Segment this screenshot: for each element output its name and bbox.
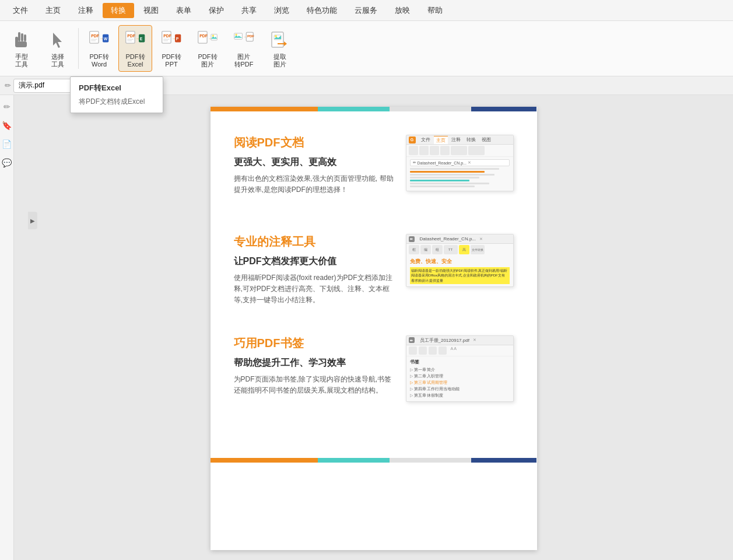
bk-text-1: 第一章 简介 [414,367,436,373]
preview-reader-1-content: ✏ Datasheet_Reader_CN.p... ✕ [406,157,513,191]
pdf-ppt-icon: PDF → P [161,29,182,52]
preview-reader-2: ✏ Datasheet_Reader_CN.p... ✕ 框 编 组 TT 高 … [406,234,514,287]
foxit-logo: G [409,136,416,144]
hand-tool-button[interactable]: 手型工具 [5,25,38,72]
svg-rect-33 [234,33,243,39]
preview-3-toolbar: A A [406,345,513,356]
menu-convert[interactable]: 转换 [103,3,134,18]
preview-reader-1-toolbar [406,145,513,157]
mini-line-2 [410,171,485,173]
mini-bk-tool-1 [409,346,417,355]
bk-text-2: 第二章 入职管理 [414,373,444,379]
bk-text-5: 第五章 休假制度 [414,393,444,398]
menu-features[interactable]: 特色功能 [299,3,345,18]
preview-reader-1-bar: G 文件 主页 注释 转换 视图 [406,135,513,145]
sidebar-edit-icon[interactable]: ✏ [1,100,13,114]
svg-text:W: W [104,37,108,41]
sep1 [78,28,79,69]
pdf-convert-image-button[interactable]: PDF → PDF转图片 [191,25,225,72]
pdf-to-ppt-button[interactable]: PDF → P PDF转PPT [155,25,188,72]
pdf-excel-icon: PDF → E [125,29,146,52]
section-annotate-title: 专业的注释工具 [234,234,397,250]
section-annotate-subtitle: 让PDF文档发挥更大价值 [234,256,397,268]
svg-text:PDF: PDF [247,34,254,38]
menu-view[interactable]: 视图 [135,3,167,18]
bookmark-content: 书签 ▷ 第一章 简介 ▷ 第二章 入职管理 ▷ 第三章 [406,356,513,401]
select-tool-label: 选择工具 [51,53,64,68]
menu-annotate[interactable]: 注释 [70,3,101,18]
pdf-to-excel-button[interactable]: PDF → E PDF转Excel [118,25,152,72]
svg-rect-1 [21,33,23,41]
ann-btn-combine: 组 [432,245,443,254]
ann-btn-select: 框 [409,245,419,254]
section-bookmark-subtitle: 帮助您提升工作、学习效率 [234,357,397,369]
svg-text:PDF: PDF [127,34,135,38]
sidebar-bookmark-icon[interactable]: 🔖 [0,118,14,132]
image-pdf-icon: → PDF [233,29,254,52]
preview-2-close: ✕ [479,237,483,242]
color-seg-orange [211,107,318,111]
main-layout: ✏ 🔖 📄 💬 ▶ 阅读PDF文档 更强大、更实用、更高效 [0,95,733,560]
pdf-to-word-button[interactable]: PDF → W PDF转Word [82,25,116,72]
section-read-subtitle: 更强大、更实用、更高效 [234,156,397,169]
page-color-bar [211,107,537,111]
preview-tab-view: 视图 [479,136,493,144]
menu-present[interactable]: 放映 [387,3,418,18]
bk-arrow-1: ▷ [410,368,413,372]
dropdown-desc: 将PDF文档转成Excel [71,96,163,109]
menu-home[interactable]: 主页 [37,3,69,18]
image-to-pdf-label: 图片转PDF [234,53,254,68]
mini-link-tool [468,146,485,155]
pdf-word-icon: PDF → W [89,29,110,52]
preview-reader-2-bar: ✏ Datasheet_Reader_CN.p... ✕ [406,235,513,244]
bookmark-item-3: ▷ 第三章 试用期管理 [410,380,510,386]
menu-protect[interactable]: 保护 [201,3,232,18]
preview-tab-file: 文件 [419,136,433,144]
sidebar-pages-icon[interactable]: 📄 [0,137,14,151]
menu-form[interactable]: 表单 [168,3,199,18]
select-tool-button[interactable]: 选择工具 [41,25,75,72]
menu-browse[interactable]: 浏览 [266,3,297,18]
mini-line-3 [410,174,494,176]
svg-rect-2 [24,34,26,41]
color-seg-gray [390,107,471,111]
menu-share[interactable]: 共享 [233,3,265,18]
pdf-to-excel-dropdown: PDF转Excel 将PDF文档转成Excel [70,76,163,113]
section-bookmark: 巧用PDF书签 帮助您提升工作、学习效率 为PDF页面添加书签,除了实现内容的快… [234,335,514,405]
preview-tab-convert: 转换 [464,136,478,144]
sidebar-comment-icon[interactable]: 💬 [0,156,14,170]
menu-cloud[interactable]: 云服务 [346,3,385,18]
section-bookmark-desc: 为PDF页面添加书签,除了实现内容的快速导航,书签还能指明不同书签的层级关系,展… [234,374,397,396]
pdf-to-ppt-label: PDF转PPT [162,53,181,68]
image-to-pdf-button[interactable]: → PDF 图片转PDF [227,25,261,72]
bookmark-item-4: ▷ 第四章 工作行用当地动能 [410,386,510,392]
pdf-to-image-label: PDF转图片 [198,53,218,68]
bottom-seg-gray [390,458,471,463]
menu-file[interactable]: 文件 [5,3,36,18]
svg-text:E: E [140,37,143,41]
menu-bar: 文件 主页 注释 转换 视图 表单 保护 共享 浏览 特色功能 云服务 放映 帮… [0,0,733,21]
ann-btn-edit: 编 [420,245,431,254]
collapse-button[interactable]: ▶ [28,212,37,229]
extract-image-button[interactable]: 提取图片 [263,25,297,72]
hand-tool-label: 手型工具 [15,53,28,68]
mini-bk-tool-3 [429,346,437,355]
ann-btn-text: TT [444,245,458,254]
preview-reader-2-content: 免费、快速、安全 福昕阅读器是一款功能强大的PDF阅读软件,真正做到易用!福昕阅… [406,256,513,286]
highlighted-text: 福昕阅读器是一款功能强大的PDF阅读软件,真正做到易用!福昕阅读器采用Offic… [410,267,510,284]
menu-help[interactable]: 帮助 [419,3,451,18]
page-inner: 阅读PDF文档 更强大、更实用、更高效 拥有出色的文档渲染效果,强大的页面管理功… [211,111,537,446]
bottom-seg-blue [471,458,536,463]
font-size-label: A A [451,346,457,355]
mini-line-1 [410,168,500,170]
preview-reader-1-filename: ✏ Datasheet_Reader_CN.p... ✕ [410,159,510,166]
bk-text-3: 第三章 试用期管理 [414,380,448,386]
svg-point-35 [235,34,237,36]
pencil-icon: ✏ [5,81,11,90]
svg-rect-4 [15,41,27,47]
highlight-title: 免费、快速、安全 [410,258,510,265]
annotation-toolbar: 框 编 组 TT 高 文件转换 [406,244,513,256]
close-tab-icon: ✕ [468,160,471,165]
preview-3-fname: 员工手册_20120917.pdf [418,337,472,344]
cursor-icon [47,29,68,52]
